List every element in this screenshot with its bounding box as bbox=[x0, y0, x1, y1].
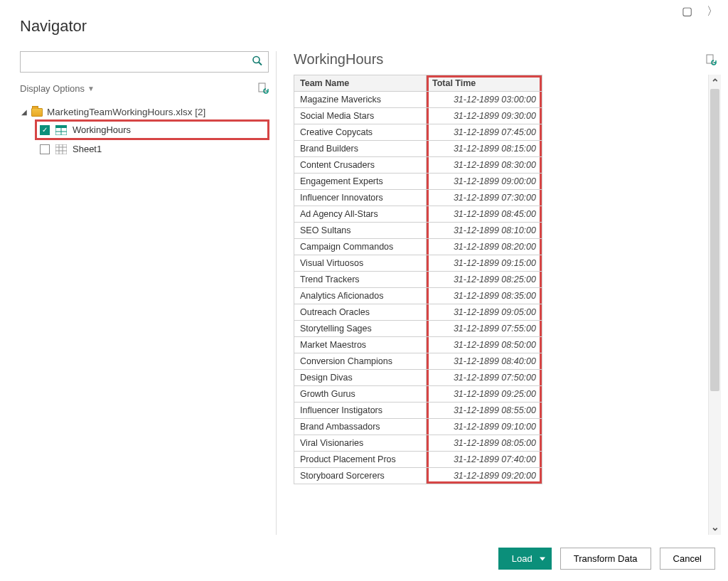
cell-total-time: 31-12-1899 08:15:00 bbox=[426, 141, 542, 157]
close-icon[interactable]: 〉 bbox=[707, 6, 718, 17]
tree-item-label: Sheet1 bbox=[73, 144, 102, 154]
cell-total-time: 31-12-1899 07:55:00 bbox=[426, 321, 542, 337]
table-row[interactable]: Outreach Oracles31-12-1899 09:05:00 bbox=[294, 304, 542, 321]
tree-item-label: WorkingHours bbox=[73, 124, 131, 135]
cell-team-name: Storytelling Sages bbox=[294, 321, 427, 337]
table-row[interactable]: Influencer Instigators31-12-1899 08:55:0… bbox=[294, 403, 542, 419]
scrollbar-thumb[interactable] bbox=[710, 89, 719, 391]
page-title: Navigator bbox=[20, 17, 721, 36]
cell-team-name: Influencer Instigators bbox=[294, 403, 427, 419]
refresh-preview-icon[interactable] bbox=[705, 54, 717, 65]
cell-team-name: Market Maestros bbox=[294, 337, 427, 353]
tree-file-label: MarketingTeamWorkingHours.xlsx [2] bbox=[47, 107, 205, 117]
preview-table: Team NameTotal Time Magazine Mavericks31… bbox=[294, 75, 542, 484]
tree-item-workinghours[interactable]: ✓WorkingHours bbox=[36, 120, 269, 139]
cell-total-time: 31-12-1899 08:10:00 bbox=[426, 223, 542, 239]
table-row[interactable]: Growth Gurus31-12-1899 09:25:00 bbox=[294, 386, 542, 403]
table-row[interactable]: Engagement Experts31-12-1899 09:00:00 bbox=[294, 174, 542, 190]
cell-total-time: 31-12-1899 08:55:00 bbox=[426, 403, 542, 419]
table-row[interactable]: Storyboard Sorcerers31-12-1899 09:20:00 bbox=[294, 468, 542, 484]
table-row[interactable]: Brand Ambassadors31-12-1899 09:10:00 bbox=[294, 419, 542, 435]
column-header[interactable]: Total Time bbox=[426, 75, 542, 92]
table-row[interactable]: Design Divas31-12-1899 07:50:00 bbox=[294, 370, 542, 386]
cell-team-name: Influencer Innovators bbox=[294, 190, 427, 206]
checkbox[interactable]: ✓ bbox=[40, 125, 50, 135]
checkbox[interactable] bbox=[40, 144, 50, 154]
table-row[interactable]: Campaign Commandos31-12-1899 08:20:00 bbox=[294, 239, 542, 255]
tree-file-node[interactable]: ◢ MarketingTeamWorkingHours.xlsx [2] bbox=[20, 104, 269, 120]
search-icon[interactable] bbox=[252, 55, 263, 69]
transform-data-button[interactable]: Transform Data bbox=[560, 548, 651, 570]
column-header[interactable]: Team Name bbox=[294, 75, 427, 92]
table-row[interactable]: Ad Agency All-Stars31-12-1899 08:45:00 bbox=[294, 206, 542, 223]
table-row[interactable]: Analytics Aficionados31-12-1899 08:35:00 bbox=[294, 288, 542, 304]
svg-point-0 bbox=[253, 57, 259, 63]
cell-total-time: 31-12-1899 08:40:00 bbox=[426, 353, 542, 370]
cancel-button[interactable]: Cancel bbox=[660, 548, 715, 570]
tree-item-sheet1[interactable]: Sheet1 bbox=[36, 139, 269, 159]
cell-team-name: Campaign Commandos bbox=[294, 239, 427, 255]
table-row[interactable]: Creative Copycats31-12-1899 07:45:00 bbox=[294, 124, 542, 141]
table-row[interactable]: Viral Visionaries31-12-1899 08:05:00 bbox=[294, 435, 542, 452]
cell-team-name: Outreach Oracles bbox=[294, 304, 427, 321]
cell-total-time: 31-12-1899 07:50:00 bbox=[426, 370, 542, 386]
cell-total-time: 31-12-1899 09:20:00 bbox=[426, 468, 542, 484]
display-options-label: Display Options bbox=[20, 83, 85, 94]
cell-team-name: Viral Visionaries bbox=[294, 435, 427, 452]
cell-total-time: 31-12-1899 08:45:00 bbox=[426, 206, 542, 223]
cell-total-time: 31-12-1899 08:20:00 bbox=[426, 239, 542, 255]
preview-panel: WorkingHours Team NameTotal Time Magazin… bbox=[284, 51, 721, 535]
load-button[interactable]: Load bbox=[498, 548, 552, 570]
display-options-button[interactable]: Display Options ▼ bbox=[20, 83, 95, 94]
table-row[interactable]: Storytelling Sages31-12-1899 07:55:00 bbox=[294, 321, 542, 337]
cell-total-time: 31-12-1899 07:40:00 bbox=[426, 452, 542, 468]
navigator-panel: Display Options ▼ ◢ MarketingTeamWorking… bbox=[20, 51, 276, 535]
table-row[interactable]: SEO Sultans31-12-1899 08:10:00 bbox=[294, 223, 542, 239]
vertical-scrollbar[interactable]: ⌃ ⌄ bbox=[708, 75, 721, 535]
cell-team-name: Creative Copycats bbox=[294, 124, 427, 141]
table-row[interactable]: Social Media Stars31-12-1899 09:30:00 bbox=[294, 108, 542, 124]
cell-team-name: Growth Gurus bbox=[294, 386, 427, 403]
scroll-down-icon[interactable]: ⌄ bbox=[711, 521, 719, 533]
maximize-icon[interactable]: ▢ bbox=[682, 6, 692, 17]
cell-total-time: 31-12-1899 09:00:00 bbox=[426, 174, 542, 190]
cell-team-name: Product Placement Pros bbox=[294, 452, 427, 468]
search-input[interactable] bbox=[20, 51, 269, 73]
table-row[interactable]: Conversion Champions31-12-1899 08:40:00 bbox=[294, 353, 542, 370]
cell-team-name: Ad Agency All-Stars bbox=[294, 206, 427, 223]
cell-team-name: Brand Builders bbox=[294, 141, 427, 157]
table-row[interactable]: Visual Virtuosos31-12-1899 09:15:00 bbox=[294, 255, 542, 272]
table-row[interactable]: Market Maestros31-12-1899 08:50:00 bbox=[294, 337, 542, 353]
chevron-down-icon: ◢ bbox=[21, 108, 27, 116]
cell-team-name: Brand Ambassadors bbox=[294, 419, 427, 435]
cell-team-name: Analytics Aficionados bbox=[294, 288, 427, 304]
cell-total-time: 31-12-1899 07:45:00 bbox=[426, 124, 542, 141]
table-icon bbox=[55, 125, 67, 135]
table-row[interactable]: Trend Trackers31-12-1899 08:25:00 bbox=[294, 272, 542, 288]
folder-icon bbox=[31, 108, 43, 117]
scroll-up-icon[interactable]: ⌃ bbox=[711, 76, 719, 89]
svg-line-1 bbox=[259, 63, 262, 65]
cell-total-time: 31-12-1899 08:30:00 bbox=[426, 157, 542, 174]
table-row[interactable]: Brand Builders31-12-1899 08:15:00 bbox=[294, 141, 542, 157]
table-row[interactable]: Product Placement Pros31-12-1899 07:40:0… bbox=[294, 452, 542, 468]
worksheet-icon bbox=[55, 144, 67, 154]
cell-total-time: 31-12-1899 09:30:00 bbox=[426, 108, 542, 124]
cell-total-time: 31-12-1899 07:30:00 bbox=[426, 190, 542, 206]
cell-total-time: 31-12-1899 09:05:00 bbox=[426, 304, 542, 321]
cell-team-name: Design Divas bbox=[294, 370, 427, 386]
cell-team-name: Content Crusaders bbox=[294, 157, 427, 174]
refresh-icon[interactable] bbox=[257, 82, 269, 94]
cell-team-name: SEO Sultans bbox=[294, 223, 427, 239]
cell-team-name: Storyboard Sorcerers bbox=[294, 468, 427, 484]
cell-team-name: Social Media Stars bbox=[294, 108, 427, 124]
cell-total-time: 31-12-1899 08:25:00 bbox=[426, 272, 542, 288]
preview-title: WorkingHours bbox=[294, 51, 383, 68]
table-row[interactable]: Magazine Mavericks31-12-1899 03:00:00 bbox=[294, 92, 542, 108]
table-row[interactable]: Influencer Innovators31-12-1899 07:30:00 bbox=[294, 190, 542, 206]
cell-team-name: Magazine Mavericks bbox=[294, 92, 427, 108]
cell-total-time: 31-12-1899 09:25:00 bbox=[426, 386, 542, 403]
table-row[interactable]: Content Crusaders31-12-1899 08:30:00 bbox=[294, 157, 542, 174]
panel-divider bbox=[276, 51, 277, 535]
cell-team-name: Visual Virtuosos bbox=[294, 255, 427, 272]
